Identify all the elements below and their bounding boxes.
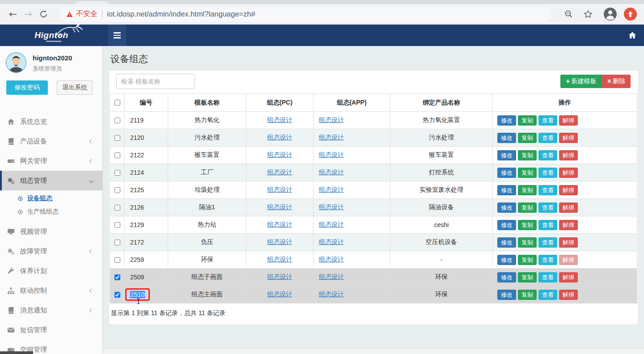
view-button[interactable]: 查看 — [538, 150, 557, 160]
logout-button[interactable]: 退出系统 — [57, 80, 93, 95]
horizontal-scrollbar-thumb[interactable] — [0, 351, 33, 354]
app-design-link[interactable]: 组态设计 — [319, 116, 344, 123]
view-button[interactable]: 查看 — [538, 202, 557, 213]
change-password-button[interactable]: 修改密码 — [6, 80, 48, 95]
pc-design-link[interactable]: 组态设计 — [267, 238, 292, 245]
app-design-link[interactable]: 组态设计 — [319, 238, 344, 245]
row-checkbox[interactable] — [114, 170, 120, 176]
edit-button[interactable]: 修改 — [497, 185, 516, 195]
app-design-link[interactable]: 组态设计 — [319, 169, 344, 176]
row-checkbox[interactable] — [114, 118, 120, 123]
column-header[interactable]: 绑定产品名称 — [390, 94, 493, 112]
unbind-button[interactable]: 解绑 — [559, 168, 578, 178]
edit-button[interactable]: 修改 — [497, 133, 516, 143]
copy-button[interactable]: 复制 — [518, 290, 537, 300]
sidebar-item[interactable]: 组态管理 — [0, 171, 102, 190]
edit-button[interactable]: 修改 — [497, 168, 516, 178]
view-button[interactable]: 查看 — [538, 168, 557, 178]
pc-design-link[interactable]: 组态设计 — [267, 203, 292, 211]
sidebar-item[interactable]: 消息通知 — [0, 300, 102, 320]
pc-design-link[interactable]: 组态设计 — [267, 134, 292, 141]
pc-design-link[interactable]: 组态设计 — [267, 169, 292, 176]
copy-button[interactable]: 复制 — [518, 185, 537, 195]
address-bar[interactable]: 不安全 iot.idosp.net/admin/index.html?langu… — [59, 7, 551, 22]
zoom-out-icon[interactable] — [561, 7, 576, 22]
row-checkbox[interactable] — [114, 152, 120, 158]
sidebar-toggle-hamburger-icon[interactable] — [108, 25, 126, 46]
copy-button[interactable]: 复制 — [518, 220, 537, 230]
unbind-button[interactable]: 解绑 — [559, 150, 578, 160]
copy-button[interactable]: 复制 — [518, 255, 537, 265]
pc-design-link[interactable]: 组态设计 — [267, 273, 292, 280]
select-all-checkbox[interactable] — [114, 100, 120, 105]
app-design-link[interactable]: 组态设计 — [319, 273, 344, 280]
browser-profile-avatar[interactable] — [604, 8, 617, 21]
sidebar-item[interactable]: 保养计划 — [0, 261, 102, 281]
row-checkbox[interactable] — [114, 240, 120, 245]
column-header[interactable]: 组态(APP) — [314, 94, 390, 112]
pc-design-link[interactable]: 组态设计 — [267, 291, 292, 298]
row-checkbox[interactable] — [114, 257, 120, 263]
sidebar-item[interactable]: 产品设备 — [0, 131, 102, 151]
view-button[interactable]: 查看 — [538, 255, 557, 265]
unbind-button[interactable]: 解绑 — [559, 185, 578, 195]
new-template-button[interactable]: +新建模板 — [560, 75, 602, 88]
sidebar-item[interactable]: 系统总览 — [0, 112, 102, 131]
sidebar-item[interactable]: 故障管理 — [0, 241, 102, 261]
app-design-link[interactable]: 组态设计 — [319, 256, 344, 263]
pc-design-link[interactable]: 组态设计 — [267, 256, 292, 263]
app-design-link[interactable]: 组态设计 — [319, 186, 344, 193]
edit-button[interactable]: 修改 — [497, 255, 516, 265]
row-checkbox[interactable] — [114, 187, 120, 193]
pc-design-link[interactable]: 组态设计 — [267, 186, 292, 193]
unbind-button[interactable]: 解绑 — [559, 133, 578, 143]
column-header[interactable]: 组态(PC) — [246, 94, 314, 112]
pc-design-link[interactable]: 组态设计 — [267, 116, 292, 123]
unbind-button[interactable]: 解绑 — [559, 237, 578, 248]
user-avatar[interactable] — [5, 52, 27, 73]
sidebar-item[interactable]: 联动控制 — [0, 281, 102, 300]
forward-icon[interactable]: → — [21, 7, 36, 22]
row-checkbox[interactable] — [114, 292, 120, 298]
row-checkbox[interactable] — [114, 205, 120, 211]
unbind-button[interactable]: 解绑 — [559, 255, 578, 265]
view-button[interactable]: 查看 — [538, 115, 557, 126]
unbind-button[interactable]: 解绑 — [559, 115, 578, 126]
app-design-link[interactable]: 组态设计 — [319, 134, 344, 141]
app-design-link[interactable]: 组态设计 — [319, 221, 344, 228]
bookmark-star-icon[interactable] — [580, 7, 596, 22]
search-input[interactable] — [116, 74, 195, 89]
sidebar-subitem[interactable]: 生产线组态 — [0, 205, 102, 219]
unbind-button[interactable]: 解绑 — [559, 202, 578, 213]
app-design-link[interactable]: 组态设计 — [319, 203, 344, 211]
copy-button[interactable]: 复制 — [518, 202, 537, 213]
copy-button[interactable]: 复制 — [518, 133, 537, 143]
row-id-selected-text[interactable]: 2510 — [130, 291, 145, 298]
home-button[interactable] — [621, 25, 644, 46]
column-header[interactable]: 模板名称 — [168, 94, 246, 112]
app-design-link[interactable]: 组态设计 — [319, 291, 344, 298]
view-button[interactable]: 查看 — [538, 237, 557, 248]
unbind-button[interactable]: 解绑 — [559, 220, 578, 230]
copy-button[interactable]: 复制 — [518, 150, 537, 160]
reload-icon[interactable] — [36, 7, 51, 22]
edit-button[interactable]: 修改 — [497, 202, 516, 213]
app-design-link[interactable]: 组态设计 — [319, 151, 344, 158]
edit-button[interactable]: 修改 — [497, 272, 516, 282]
copy-button[interactable]: 复制 — [518, 168, 537, 178]
row-checkbox[interactable] — [114, 135, 120, 141]
delete-button[interactable]: ×删除 — [602, 75, 631, 88]
back-icon[interactable]: ← — [5, 7, 21, 22]
pc-design-link[interactable]: 组态设计 — [267, 151, 292, 158]
browser-update-icon[interactable] — [624, 8, 637, 21]
unbind-button[interactable]: 解绑 — [559, 272, 578, 282]
url-text[interactable]: iot.idosp.net/admin/index.html?language=… — [107, 10, 255, 18]
edit-button[interactable]: 修改 — [497, 290, 516, 300]
edit-button[interactable]: 修改 — [497, 237, 516, 248]
edit-button[interactable]: 修改 — [497, 150, 516, 160]
view-button[interactable]: 查看 — [538, 290, 557, 300]
column-header[interactable]: 编号 — [124, 94, 168, 112]
sidebar-item[interactable]: 短信管理 — [0, 320, 102, 340]
row-checkbox[interactable] — [114, 222, 120, 228]
unbind-button[interactable]: 解绑 — [559, 290, 578, 300]
